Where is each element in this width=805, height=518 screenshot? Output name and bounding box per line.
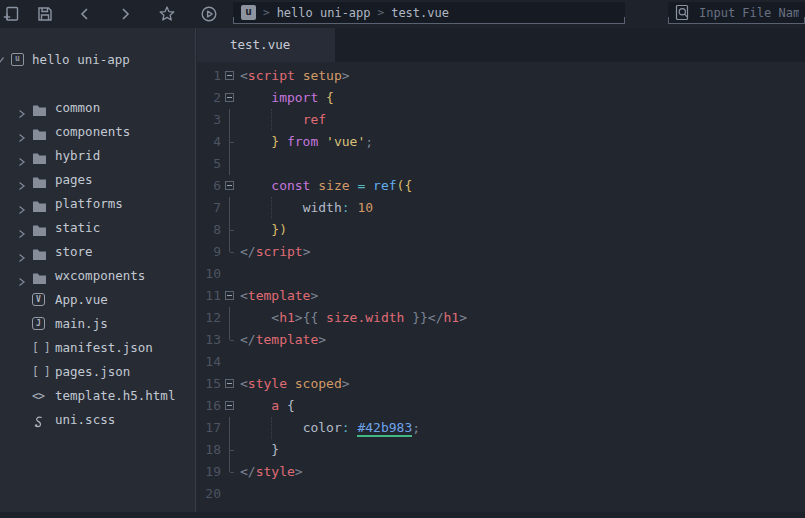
save-icon[interactable]: [36, 5, 54, 23]
chevron-right-icon[interactable]: [18, 175, 26, 185]
tree-item-label: pages.json: [55, 360, 130, 384]
new-file-icon[interactable]: [2, 5, 20, 23]
line-number: 12: [197, 307, 221, 329]
run-icon[interactable]: [200, 5, 218, 23]
tree-item-label: main.js: [55, 312, 108, 336]
fold-scope-line: [223, 417, 237, 439]
line-number: 10: [197, 263, 221, 285]
code-line-19[interactable]: 19</style>: [197, 461, 805, 483]
search-input[interactable]: [699, 6, 799, 20]
fold-marker-icon[interactable]: [223, 373, 237, 395]
tree-item-platforms[interactable]: platforms: [0, 192, 195, 216]
line-number: 19: [197, 461, 221, 483]
tree-item-pages[interactable]: pages: [0, 168, 195, 192]
line-number: 4: [197, 131, 221, 153]
fold-marker-icon[interactable]: [223, 395, 237, 417]
code-line-13[interactable]: 13</template>: [197, 329, 805, 351]
breadcrumb-item-test-vue[interactable]: test.vue: [391, 6, 449, 20]
fold-marker-icon[interactable]: [223, 285, 237, 307]
breadcrumb-item-hello-uni-app[interactable]: hello uni-app: [277, 6, 371, 20]
chevron-right-icon[interactable]: [18, 199, 26, 209]
tree-item-label: manifest.json: [55, 336, 153, 360]
line-number: 6: [197, 175, 221, 197]
fold-scope-line: [223, 329, 237, 351]
code-text: </style>: [240, 461, 303, 483]
tree-item-label: template.h5.html: [55, 384, 175, 408]
uniapp-project-icon: u: [11, 53, 24, 66]
fold-gutter: [223, 351, 237, 373]
fold-scope-line: [223, 439, 237, 461]
code-line-15[interactable]: 15<style scoped>: [197, 373, 805, 395]
code-text: }): [240, 219, 287, 241]
code-line-12[interactable]: 12 <h1>{{ size.width }}</h1>: [197, 307, 805, 329]
fold-gutter: [223, 263, 237, 285]
tree-item-static[interactable]: static: [0, 216, 195, 240]
code-text: a {: [240, 395, 295, 417]
tree-item-hybrid[interactable]: hybrid: [0, 144, 195, 168]
tab-test-vue[interactable]: test.vue: [197, 28, 335, 62]
code-text: <style scoped>: [240, 373, 350, 395]
code-line-7[interactable]: 7 width: 10: [197, 197, 805, 219]
code-area[interactable]: 1<script setup>2 import {3 ref4 } from '…: [197, 65, 805, 505]
star-icon[interactable]: [158, 5, 176, 23]
back-icon[interactable]: [76, 5, 94, 23]
code-line-6[interactable]: 6 const size = ref({: [197, 175, 805, 197]
code-line-4[interactable]: 4 } from 'vue';: [197, 131, 805, 153]
chevron-right-icon[interactable]: [18, 151, 26, 161]
code-text: </template>: [240, 329, 326, 351]
code-line-3[interactable]: 3 ref: [197, 109, 805, 131]
fold-marker-icon[interactable]: [223, 65, 237, 87]
tree-item-components[interactable]: components: [0, 120, 195, 144]
chevron-right-icon[interactable]: [18, 223, 26, 233]
breadcrumb: u >hello uni-app>test.vue: [233, 2, 625, 24]
fold-scope-line: [223, 461, 237, 483]
chevron-right-icon[interactable]: [18, 127, 26, 137]
tree-item-uni-scss[interactable]: uni.scss: [0, 408, 195, 432]
chevron-right-icon[interactable]: [18, 103, 26, 113]
tree-item-store[interactable]: store: [0, 240, 195, 264]
tree-item-main-js[interactable]: Jmain.js: [0, 312, 195, 336]
fold-scope-line: [223, 219, 237, 241]
fold-scope-line: [223, 153, 237, 175]
tree-item-wxcomponents[interactable]: wxcomponents: [0, 264, 195, 288]
code-line-2[interactable]: 2 import {: [197, 87, 805, 109]
tree-item-manifest-json[interactable]: [ ]manifest.json: [0, 336, 195, 360]
file-search-icon: [674, 4, 691, 21]
code-line-10[interactable]: 10: [197, 263, 805, 285]
tree-item-template-h5-html[interactable]: <>template.h5.html: [0, 384, 195, 408]
code-line-20[interactable]: 20: [197, 483, 805, 505]
code-text: <script setup>: [240, 65, 350, 87]
code-line-16[interactable]: 16 a {: [197, 395, 805, 417]
tree-root-hello-uni-app[interactable]: u hello uni-app: [0, 48, 195, 72]
fold-scope-line: [223, 109, 237, 131]
code-text: import {: [240, 87, 334, 109]
code-line-8[interactable]: 8 }): [197, 219, 805, 241]
code-line-14[interactable]: 14: [197, 351, 805, 373]
fold-marker-icon[interactable]: [223, 175, 237, 197]
line-number: 9: [197, 241, 221, 263]
code-text: color: #42b983;: [240, 417, 420, 439]
fold-marker-icon[interactable]: [223, 87, 237, 109]
tree-item-common[interactable]: common: [0, 96, 195, 120]
line-number: 14: [197, 351, 221, 373]
code-line-1[interactable]: 1<script setup>: [197, 65, 805, 87]
tree-item-app-vue[interactable]: VApp.vue: [0, 288, 195, 312]
code-line-17[interactable]: 17 color: #42b983;: [197, 417, 805, 439]
file-search-box[interactable]: [668, 2, 805, 24]
html-file-icon: <>: [32, 389, 44, 403]
breadcrumb-separator-icon: >: [263, 6, 270, 19]
tree-item-pages-json[interactable]: [ ]pages.json: [0, 360, 195, 384]
code-text: ref: [240, 109, 326, 131]
line-number: 7: [197, 197, 221, 219]
chevron-right-icon[interactable]: [18, 271, 26, 281]
line-number: 16: [197, 395, 221, 417]
code-line-5[interactable]: 5: [197, 153, 805, 175]
chevron-down-icon[interactable]: [1, 56, 11, 64]
fold-scope-line: [223, 131, 237, 153]
code-line-18[interactable]: 18 }: [197, 439, 805, 461]
code-text: </script>: [240, 241, 310, 263]
chevron-right-icon[interactable]: [18, 247, 26, 257]
code-line-9[interactable]: 9</script>: [197, 241, 805, 263]
code-line-11[interactable]: 11<template>: [197, 285, 805, 307]
forward-icon[interactable]: [116, 5, 134, 23]
